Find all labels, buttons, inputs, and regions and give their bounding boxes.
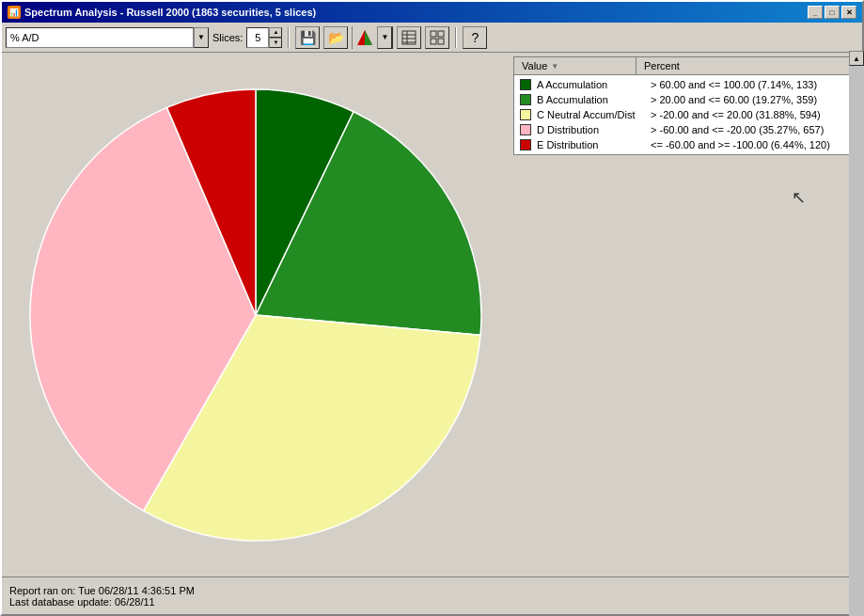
maximize-button[interactable]: □ (825, 6, 840, 19)
legend-value-b: > 20.00 and <= 60.00 (19.27%, 359) (651, 94, 855, 105)
legend-name-c: C Neutral Accum/Dist (537, 109, 645, 120)
legend-body: A Accumulation > 60.00 and <= 100.00 (7.… (514, 75, 860, 154)
minimize-button[interactable]: _ (808, 6, 823, 19)
right-panel: Value ▼ Percent A Accumulation > 60.00 a… (510, 53, 862, 577)
slices-down[interactable]: ▼ (269, 38, 282, 48)
svg-rect-8 (438, 31, 444, 37)
pie-chart (11, 71, 500, 560)
legend-color-c (520, 109, 531, 120)
report-ran-text: Report ran on: Tue 06/28/11 4:36:51 PM (9, 585, 855, 596)
window-controls: _ □ ✕ (808, 6, 856, 19)
legend-percent-col[interactable]: Percent (636, 57, 687, 74)
svg-rect-10 (438, 39, 444, 44)
legend-row-e: E Distribution <= -60.00 and >= -100.00 … (514, 137, 860, 152)
toolbar-separator-1 (288, 27, 290, 48)
last-update-text: Last database update: 06/28/11 (9, 596, 855, 608)
title-bar: 📊 Spectrum Analysis - Russell 2000 (1863… (2, 2, 862, 23)
legend-row-d: D Distribution > -60.00 and <= -20.00 (3… (514, 122, 860, 137)
close-button[interactable]: ✕ (841, 6, 856, 19)
right-spacer: ↖ ▲ ▼ (510, 159, 862, 577)
sort-arrow-icon: ▼ (551, 62, 558, 71)
legend-name-e: E Distribution (537, 139, 645, 150)
legend-value-d: > -60.00 and <= -20.00 (35.27%, 657) (651, 124, 855, 135)
open-button[interactable]: 📂 (323, 26, 348, 49)
main-window: 📊 Spectrum Analysis - Russell 2000 (1863… (0, 0, 864, 616)
cursor-area: ↖ (510, 159, 862, 577)
window-title: Spectrum Analysis - Russell 2000 (1863 s… (24, 7, 316, 18)
legend-row-b: B Accumulation > 20.00 and <= 60.00 (19.… (514, 92, 860, 107)
main-content: Value ▼ Percent A Accumulation > 60.00 a… (2, 53, 862, 577)
chart-type-button[interactable] (353, 26, 377, 49)
chart-area (2, 53, 510, 577)
app-icon: 📊 (8, 6, 21, 19)
slices-input[interactable]: 5 (246, 27, 269, 48)
toolbar: % A/D ▼ Slices: 5 ▲ ▼ 💾 📂 ▼ (2, 23, 862, 53)
slices-spinner[interactable]: ▲ ▼ (269, 27, 282, 48)
legend-name-d: D Distribution (537, 124, 645, 135)
legend-value-a: > 60.00 and <= 100.00 (7.14%, 133) (651, 79, 855, 90)
toolbar-separator-2 (455, 27, 457, 48)
legend-panel: Value ▼ Percent A Accumulation > 60.00 a… (513, 56, 861, 155)
legend-header: Value ▼ Percent (514, 57, 860, 75)
scroll-up-button[interactable]: ▲ (849, 53, 862, 66)
svg-rect-7 (431, 31, 436, 37)
legend-color-e (520, 139, 531, 150)
legend-row-a: A Accumulation > 60.00 and <= 100.00 (7.… (514, 77, 860, 92)
legend-name-b: B Accumulation (537, 94, 645, 105)
grid-button[interactable] (425, 26, 449, 49)
legend-row-c: C Neutral Accum/Dist > -20.00 and <= 20.… (514, 107, 860, 122)
legend-name-a: A Accumulation (537, 79, 645, 90)
legend-value-col[interactable]: Value ▼ (514, 57, 636, 74)
legend-color-a (520, 79, 531, 90)
svg-rect-9 (431, 39, 436, 44)
status-bar: Report ran on: Tue 06/28/11 4:36:51 PM L… (2, 577, 862, 614)
legend-value-e: <= -60.00 and >= -100.00 (6.44%, 120) (651, 139, 855, 150)
svg-marker-1 (365, 30, 372, 45)
scrollbar: ▲ ▼ (849, 53, 862, 577)
help-button[interactable]: ? (463, 26, 487, 49)
slices-up[interactable]: ▲ (269, 27, 282, 38)
indicator-dropdown-arrow[interactable]: ▼ (194, 27, 209, 48)
save-button[interactable]: 💾 (295, 26, 320, 49)
indicator-dropdown[interactable]: % A/D (6, 27, 194, 48)
scroll-track[interactable] (849, 66, 862, 577)
indicator-value: % A/D (10, 32, 39, 43)
legend-value-c: > -20.00 and <= 20.00 (31.88%, 594) (651, 109, 855, 120)
cursor-icon: ↖ (792, 187, 806, 208)
chart-type-arrow[interactable]: ▼ (377, 26, 392, 49)
legend-color-b (520, 94, 531, 105)
table-button[interactable] (397, 26, 421, 49)
slices-label: Slices: (212, 32, 243, 43)
legend-color-d (520, 124, 531, 135)
